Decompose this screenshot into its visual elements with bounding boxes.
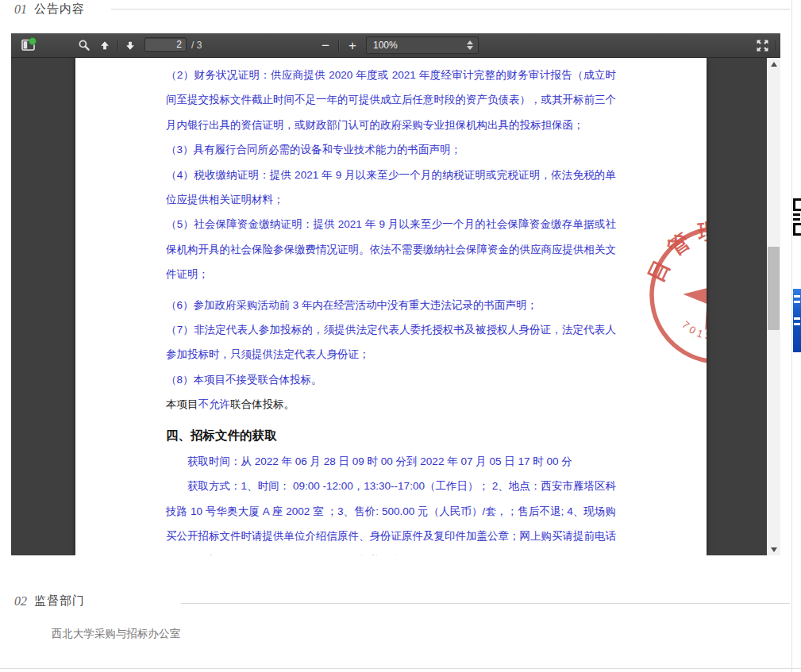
section-01-number: 01 xyxy=(14,2,27,17)
page-bottom-border xyxy=(0,668,801,669)
toolbar-separator xyxy=(776,40,776,51)
doc-paragraph: 获取时间：从 2022 年 06 月 28 日 09 时 00 分到 2022 … xyxy=(166,449,616,474)
pdf-viewer-body: （2）财务状况证明：供应商提供 2020 年度或 2021 年度经审计完整的财务… xyxy=(11,58,780,555)
doc-paragraph: （4）税收缴纳证明：提供 2021 年 9 月以来至少一个月的纳税证明或完税证明… xyxy=(166,163,616,213)
glyph-fragment xyxy=(794,301,800,303)
zoom-out-button[interactable]: − xyxy=(316,36,335,55)
next-page-icon xyxy=(123,39,137,52)
doc-paragraph: （6）参加政府采购活动前 3 年内在经营活动中没有重大违法记录的书面声明； xyxy=(166,293,616,317)
zoom-in-button[interactable]: + xyxy=(343,36,362,55)
scroll-down-icon xyxy=(771,547,777,552)
glyph-fragment xyxy=(794,323,800,325)
doc-paragraph-mixed: 本项目不允许联合体投标。 xyxy=(166,392,616,417)
zoom-scale-select[interactable]: 100% xyxy=(366,36,479,54)
pdf-toolbar: / 3 − + 100% xyxy=(11,33,780,58)
notification-dot xyxy=(29,37,37,45)
pdf-scrollbar[interactable] xyxy=(767,58,780,555)
glyph-fragment xyxy=(793,218,800,221)
mixed-blue-highlight: 不允许 xyxy=(198,398,231,410)
next-page-button[interactable] xyxy=(121,36,140,55)
mixed-black-prefix: 本项目 xyxy=(166,398,198,410)
cutoff-side-widget-blue[interactable] xyxy=(793,289,801,352)
section-02-header: 02 监督部门 xyxy=(14,593,85,609)
stamp-serial-number: 7013904 xyxy=(678,307,707,352)
pdf-viewer: / 3 − + 100% xyxy=(11,33,780,555)
glyph-fragment xyxy=(793,213,800,216)
doc-paragraph: （2）财务状况证明：供应商提供 2020 年度或 2021 年度经审计完整的财务… xyxy=(166,63,616,137)
scrollbar-thumb[interactable] xyxy=(768,247,780,330)
glyph-fragment xyxy=(793,198,801,211)
zoom-in-icon: + xyxy=(349,39,356,52)
doc-section-heading: 四、招标文件的获取 xyxy=(166,424,616,447)
search-button[interactable] xyxy=(75,36,94,55)
content-right-border xyxy=(791,0,792,672)
pdf-page: （2）财务状况证明：供应商提供 2020 年度或 2021 年度经审计完整的财务… xyxy=(75,58,707,555)
pdf-page-text: （2）财务状况证明：供应商提供 2020 年度或 2021 年度经审计完整的财务… xyxy=(75,58,707,555)
toolbar-separator xyxy=(117,40,118,51)
zoom-out-icon: − xyxy=(322,39,329,52)
sidebar-toggle-button[interactable] xyxy=(19,36,38,55)
cutoff-side-widget-dark[interactable] xyxy=(793,198,801,248)
section-01-rule xyxy=(111,9,790,10)
page-count-label: / 3 xyxy=(191,40,202,51)
doc-paragraph: （5）社会保障资金缴纳证明：提供 2021 年 9 月以来至少一个月的社会保障资… xyxy=(166,212,616,286)
fullscreen-button[interactable] xyxy=(753,36,772,55)
section-02-rule xyxy=(181,603,790,604)
fullscreen-icon xyxy=(756,39,769,52)
glyph-fragment xyxy=(793,223,801,236)
section-02-number: 02 xyxy=(14,594,27,609)
doc-paragraph: （3）具有履行合同所必需的设备和专业技术能力的书面声明； xyxy=(166,137,616,162)
stamp-star xyxy=(677,254,707,333)
doc-paragraph: 获取方式：1、时间： 09:00 -12:00，13:30--17:00（工作日… xyxy=(166,474,616,555)
scroll-up-button[interactable] xyxy=(767,58,780,70)
doc-paragraph: （7）非法定代表人参加投标的，须提供法定代表人委托授权书及被授权人身份证，法定代… xyxy=(166,317,616,367)
glyph-fragment xyxy=(794,295,800,298)
spinner-icon xyxy=(467,40,474,51)
doc-paragraph: （8）本项目不接受联合体投标。 xyxy=(166,367,616,392)
search-icon xyxy=(78,39,90,52)
zoom-scale-value: 100% xyxy=(373,40,398,51)
supervision-department: 西北大学采购与招标办公室 xyxy=(52,627,180,641)
mixed-black-suffix: 联合体投标。 xyxy=(230,398,295,410)
page-number-input[interactable] xyxy=(144,37,187,52)
scroll-up-icon xyxy=(771,62,777,67)
toolbar-separator xyxy=(338,40,339,51)
glyph-fragment xyxy=(794,317,800,320)
section-01-title: 公告内容 xyxy=(34,2,85,17)
section-02-title: 监督部门 xyxy=(34,593,85,609)
previous-page-icon xyxy=(98,39,112,52)
section-01-header: 01 公告内容 xyxy=(14,2,85,17)
svg-text:7013904: 7013904 xyxy=(678,307,707,352)
scroll-down-button[interactable] xyxy=(767,543,780,555)
previous-page-button[interactable] xyxy=(95,36,114,55)
